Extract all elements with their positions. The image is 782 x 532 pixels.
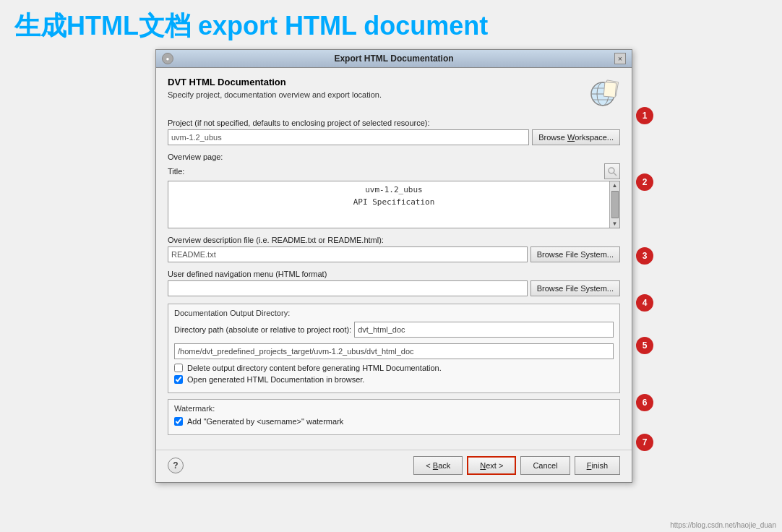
browse-file-system-button-2[interactable]: Browse File System...	[530, 280, 620, 296]
title-scrollbar[interactable]: ▲ ▼	[609, 181, 619, 228]
dialog-header-text: DVT HTML Documentation Specify project, …	[168, 77, 382, 99]
circle-4: 4	[636, 294, 653, 312]
project-label: Project (if not specified, defaults to e…	[168, 119, 620, 127]
watermark-url: https://blog.csdn.net/haojie_duan	[670, 521, 776, 529]
overview-desc-input[interactable]	[168, 246, 528, 262]
scroll-up-arrow[interactable]: ▲	[611, 181, 619, 189]
dialog-icon: ●	[162, 53, 173, 64]
nav-menu-row: Browse File System...	[168, 280, 620, 296]
output-dir-section-label: Documentation Output Directory:	[174, 309, 614, 317]
dialog-header-icon	[585, 77, 620, 111]
circle-1: 1	[636, 107, 653, 124]
page-title: 生成HTML文档 export HTML document	[0, 0, 782, 51]
overview-desc-label: Overview description file (i.e. README.t…	[168, 236, 620, 244]
help-button[interactable]: ?	[168, 458, 184, 473]
dialog-content: DVT HTML Documentation Specify project, …	[156, 68, 632, 450]
overview-desc-row: Browse File System...	[168, 246, 620, 262]
globe-icon	[587, 78, 619, 110]
watermark-section-label: Watermark:	[174, 404, 614, 413]
dialog-titlebar: ● Export HTML Documentation ×	[156, 50, 632, 68]
dialog-header-title: DVT HTML Documentation	[168, 77, 382, 87]
footer-left: ?	[168, 458, 184, 473]
footer-right: < Back Next > Cancel Finish	[413, 456, 620, 475]
browse-file-system-button-1[interactable]: Browse File System...	[530, 246, 620, 262]
watermark-section: Watermark: Add "Generated by <username>"…	[168, 399, 620, 435]
full-path-input[interactable]	[174, 343, 614, 359]
watermark-checkbox-row: Add "Generated by <username>" watermark	[174, 417, 614, 426]
overview-label: Overview page:	[168, 153, 620, 161]
output-dir-section: Documentation Output Directory: Director…	[168, 304, 620, 393]
circle-3: 3	[636, 247, 653, 265]
cancel-button[interactable]: Cancel	[520, 456, 570, 475]
overview-section: Overview page: Title: ▲ ▼	[168, 153, 620, 228]
project-input-row: Browse Workspace...	[168, 129, 620, 145]
overview-desc-section: Overview description file (i.e. README.t…	[168, 236, 620, 262]
svg-rect-6	[603, 82, 616, 97]
circle-6: 6	[636, 394, 653, 411]
title-label: Title:	[168, 167, 184, 176]
open-browser-label: Open generated HTML Documentation in bro…	[187, 375, 364, 384]
open-browser-row: Open generated HTML Documentation in bro…	[174, 375, 614, 384]
dialog-header-subtitle: Specify project, documentation overview …	[168, 90, 382, 99]
scroll-thumb[interactable]	[611, 191, 619, 218]
dialog-title-text: Export HTML Documentation	[173, 53, 614, 64]
delete-output-label: Delete output directory content before g…	[187, 364, 442, 372]
nav-menu-section: User defined navigation menu (HTML forma…	[168, 270, 620, 296]
finish-button[interactable]: Finish	[575, 456, 620, 475]
circle-2: 2	[636, 173, 653, 191]
browse-workspace-button[interactable]: Browse Workspace...	[532, 129, 620, 145]
nav-menu-input[interactable]	[168, 280, 528, 296]
search-button[interactable]	[604, 163, 620, 179]
svg-point-7	[609, 168, 614, 173]
dialog: ● Export HTML Documentation × DVT HTML D…	[155, 49, 632, 483]
delete-output-row: Delete output directory content before g…	[174, 364, 614, 372]
scroll-down-arrow[interactable]: ▼	[611, 220, 619, 228]
project-input[interactable]	[168, 129, 529, 145]
dialog-close-button[interactable]: ×	[614, 53, 626, 64]
search-icon	[607, 166, 617, 176]
watermark-checkbox[interactable]	[174, 417, 183, 426]
next-button[interactable]: Next >	[467, 456, 516, 475]
dir-path-row: Directory path (absolute or relative to …	[174, 322, 614, 338]
title-textarea-wrapper: ▲ ▼	[168, 181, 620, 228]
dir-path-input[interactable]	[354, 322, 614, 338]
dialog-header: DVT HTML Documentation Specify project, …	[168, 77, 620, 111]
back-button[interactable]: < Back	[413, 456, 463, 475]
title-textarea[interactable]	[168, 181, 619, 225]
svg-line-8	[614, 173, 616, 176]
delete-output-checkbox[interactable]	[174, 364, 183, 372]
dialog-footer: ? < Back Next > Cancel Finish	[156, 450, 632, 482]
open-browser-checkbox[interactable]	[174, 375, 183, 384]
watermark-label: Add "Generated by <username>" watermark	[187, 417, 343, 426]
circle-7: 7	[636, 434, 653, 451]
project-section: Project (if not specified, defaults to e…	[168, 119, 620, 145]
circle-5: 5	[636, 337, 653, 354]
dir-path-label: Directory path (absolute or relative to …	[174, 325, 351, 334]
nav-menu-label: User defined navigation menu (HTML forma…	[168, 270, 620, 278]
title-section-header: Title:	[168, 163, 620, 179]
